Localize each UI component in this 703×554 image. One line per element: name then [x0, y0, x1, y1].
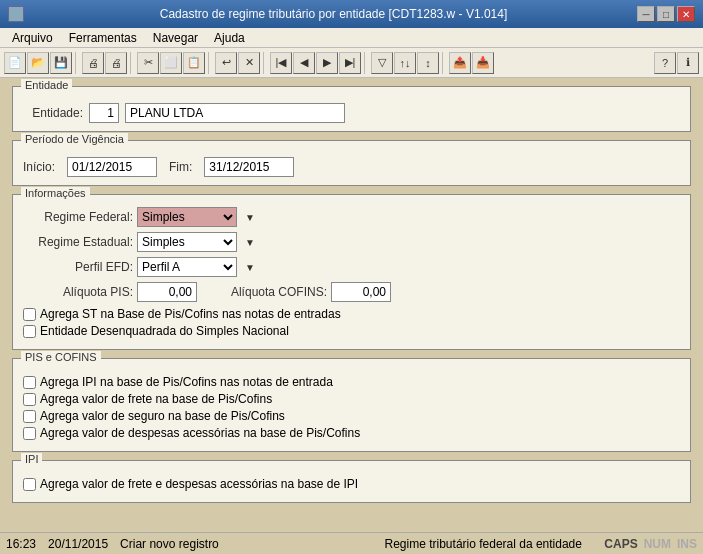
pis-cofins-check-2: Agrega valor de seguro na base de Pis/Co… — [23, 409, 680, 423]
inicio-input[interactable] — [67, 157, 157, 177]
toolbar: 📄 📂 💾 🖨 🖨 ✂ ⬜ 📋 ↩ ✕ |◀ ◀ ▶ ▶| ▽ ↑↓ ↕ 📤 📥… — [0, 48, 703, 78]
pis-cofins-check-0: Agrega IPI na base de Pis/Cofins nas not… — [23, 375, 680, 389]
status-caps: CAPS — [604, 537, 637, 551]
ipi-section: IPI Agrega valor de frete e despesas ace… — [12, 460, 691, 503]
sort-button[interactable]: ↑↓ — [394, 52, 416, 74]
first-button[interactable]: |◀ — [270, 52, 292, 74]
import-button[interactable]: 📥 — [472, 52, 494, 74]
entidade-id-input[interactable] — [89, 103, 119, 123]
print2-button[interactable]: 🖨 — [105, 52, 127, 74]
status-ins: INS — [677, 537, 697, 551]
checkbox-st-label: Agrega ST na Base de Pis/Cofins nas nota… — [40, 307, 341, 321]
print-button[interactable]: 🖨 — [82, 52, 104, 74]
toolbar-sep-1 — [75, 52, 79, 74]
pis-cofins-legend: PIS e COFINS — [21, 351, 101, 363]
menu-bar: Arquivo Ferramentas Navegar Ajuda — [0, 28, 703, 48]
fim-input[interactable] — [204, 157, 294, 177]
entidade-section: Entidade Entidade: — [12, 86, 691, 132]
status-regime: Regime tributário federal da entidade — [362, 537, 604, 551]
close-button[interactable]: ✕ — [677, 6, 695, 22]
minimize-button[interactable]: ─ — [637, 6, 655, 22]
status-message: Criar novo registro — [120, 537, 362, 551]
perfil-efd-select[interactable]: Perfil A Perfil B Perfil C — [137, 257, 237, 277]
informacoes-legend: Informações — [21, 187, 90, 199]
open-button[interactable]: 📂 — [27, 52, 49, 74]
copy-button[interactable]: ⬜ — [160, 52, 182, 74]
pis-cofins-checkboxes: Agrega IPI na base de Pis/Cofins nas not… — [23, 371, 680, 440]
inicio-label: Início: — [23, 160, 55, 174]
app-icon — [8, 6, 24, 22]
checkbox-ipi-pis-label: Agrega IPI na base de Pis/Cofins nas not… — [40, 375, 333, 389]
aliquota-cofins-input[interactable] — [331, 282, 391, 302]
status-bar: 16:23 20/11/2015 Criar novo registro Reg… — [0, 532, 703, 554]
cut-button[interactable]: ✂ — [137, 52, 159, 74]
prev-button[interactable]: ◀ — [293, 52, 315, 74]
periodo-legend: Período de Vigência — [21, 133, 128, 145]
regime-estadual-select[interactable]: Simples Normal — [137, 232, 237, 252]
ipi-legend: IPI — [21, 453, 42, 465]
maximize-button[interactable]: □ — [657, 6, 675, 22]
checkbox-frete-ipi-label: Agrega valor de frete e despesas acessór… — [40, 477, 358, 491]
regime-federal-label: Regime Federal: — [23, 210, 133, 224]
filter-button[interactable]: ▽ — [371, 52, 393, 74]
perfil-efd-row: Perfil EFD: Perfil A Perfil B Perfil C ▼ — [23, 257, 680, 277]
checkbox-desenquadrada[interactable] — [23, 325, 36, 338]
checkbox-frete-pis[interactable] — [23, 393, 36, 406]
entidade-legend: Entidade — [21, 79, 72, 91]
ipi-checkboxes: Agrega valor de frete e despesas acessór… — [23, 473, 680, 491]
fim-label: Fim: — [169, 160, 192, 174]
cancel-button[interactable]: ✕ — [238, 52, 260, 74]
regime-federal-select[interactable]: Simples Lucro Real Lucro Presumido — [137, 207, 237, 227]
menu-ferramentas[interactable]: Ferramentas — [61, 29, 145, 47]
export-button[interactable]: 📤 — [449, 52, 471, 74]
checkbox-st[interactable] — [23, 308, 36, 321]
toolbar-sep-3 — [208, 52, 212, 74]
status-time: 16:23 — [6, 537, 36, 551]
pis-cofins-check-1: Agrega valor de frete na base de Pis/Cof… — [23, 392, 680, 406]
toolbar-sep-4 — [263, 52, 267, 74]
periodo-section: Período de Vigência Início: Fim: — [12, 140, 691, 186]
checkbox-despesas-pis-label: Agrega valor de despesas acessórias na b… — [40, 426, 360, 440]
checkbox-desenquadrada-row: Entidade Desenquadrada do Simples Nacion… — [23, 324, 680, 338]
menu-ajuda[interactable]: Ajuda — [206, 29, 253, 47]
sort2-button[interactable]: ↕ — [417, 52, 439, 74]
paste-button[interactable]: 📋 — [183, 52, 205, 74]
perfil-efd-label: Perfil EFD: — [23, 260, 133, 274]
aliquota-pis-input[interactable] — [137, 282, 197, 302]
toolbar-sep-5 — [364, 52, 368, 74]
checkbox-st-row: Agrega ST na Base de Pis/Cofins nas nota… — [23, 307, 680, 321]
last-button[interactable]: ▶| — [339, 52, 361, 74]
menu-arquivo[interactable]: Arquivo — [4, 29, 61, 47]
checkbox-frete-ipi[interactable] — [23, 478, 36, 491]
entidade-name-input[interactable] — [125, 103, 345, 123]
next-button[interactable]: ▶ — [316, 52, 338, 74]
toolbar-sep-2 — [130, 52, 134, 74]
checkbox-frete-pis-label: Agrega valor de frete na base de Pis/Cof… — [40, 392, 272, 406]
checkbox-seguro-pis-label: Agrega valor de seguro na base de Pis/Co… — [40, 409, 285, 423]
regime-federal-row: Regime Federal: Simples Lucro Real Lucro… — [23, 207, 680, 227]
informacoes-section: Informações Regime Federal: Simples Lucr… — [12, 194, 691, 350]
checkbox-desenquadrada-label: Entidade Desenquadrada do Simples Nacion… — [40, 324, 289, 338]
vigencia-row: Início: Fim: — [23, 153, 680, 177]
undo-button[interactable]: ↩ — [215, 52, 237, 74]
entidade-row: Entidade: — [23, 99, 680, 123]
pis-cofins-check-3: Agrega valor de despesas acessórias na b… — [23, 426, 680, 440]
checkbox-ipi-pis[interactable] — [23, 376, 36, 389]
info-button[interactable]: ℹ — [677, 52, 699, 74]
status-date: 20/11/2015 — [48, 537, 108, 551]
menu-navegar[interactable]: Navegar — [145, 29, 206, 47]
toolbar-sep-6 — [442, 52, 446, 74]
checkbox-seguro-pis[interactable] — [23, 410, 36, 423]
regime-estadual-label: Regime Estadual: — [23, 235, 133, 249]
pis-cofins-section: PIS e COFINS Agrega IPI na base de Pis/C… — [12, 358, 691, 452]
help-button[interactable]: ? — [654, 52, 676, 74]
status-num: NUM — [644, 537, 671, 551]
window-controls: ─ □ ✕ — [637, 6, 695, 22]
ipi-check-0: Agrega valor de frete e despesas acessór… — [23, 477, 680, 491]
save-button[interactable]: 💾 — [50, 52, 72, 74]
main-content: Entidade Entidade: Período de Vigência I… — [0, 78, 703, 532]
checkbox-despesas-pis[interactable] — [23, 427, 36, 440]
regime-estadual-row: Regime Estadual: Simples Normal ▼ — [23, 232, 680, 252]
aliquota-row: Alíquota PIS: Alíquota COFINS: — [23, 282, 680, 302]
new-button[interactable]: 📄 — [4, 52, 26, 74]
